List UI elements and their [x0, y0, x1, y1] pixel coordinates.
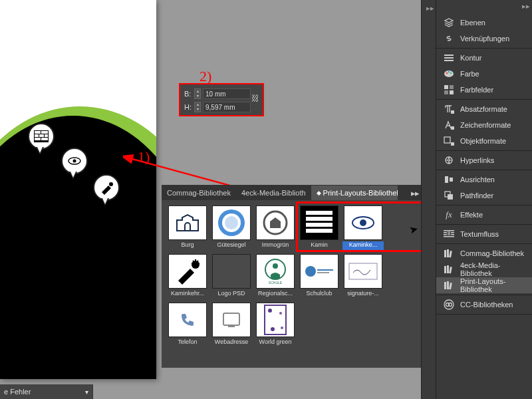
svg-rect-44	[451, 110, 454, 114]
panel-textumfluss[interactable]: Textumfluss	[436, 226, 532, 242]
panel-zeichenformate[interactable]: Zeichenformate	[436, 117, 532, 133]
library-item-signature[interactable]: signature-...	[342, 254, 384, 300]
svg-rect-6	[35, 138, 41, 140]
effects-icon: fx	[443, 209, 455, 221]
links-icon	[443, 33, 455, 45]
status-dropdown-icon[interactable]: ▾	[85, 388, 88, 396]
svg-rect-45	[451, 126, 454, 130]
svg-rect-52	[448, 194, 453, 200]
svg-rect-35	[444, 60, 454, 61]
svg-rect-66	[444, 282, 446, 289]
library-item-guetesiegel[interactable]: Gütesiegel	[211, 205, 252, 251]
right-panel-column: ▸▸ Ebenen Verknüpfungen Kontur Farbe Far…	[436, 0, 532, 399]
cc-icon	[443, 299, 455, 311]
panel-commag-bibliothek[interactable]: Commag-Bibliothek	[436, 245, 532, 261]
width-input[interactable]	[203, 88, 251, 99]
svg-rect-49	[445, 176, 448, 183]
panel-absatzformate[interactable]: Absatzformate	[436, 101, 532, 117]
library-item-logo-psd[interactable]: Logo PSD	[211, 254, 252, 300]
library-item-webadresse[interactable]: Webadresse	[211, 303, 252, 348]
panel-objektformate[interactable]: Objektformate	[436, 133, 532, 149]
panel-kontur[interactable]: Kontur	[436, 50, 532, 66]
svg-rect-34	[444, 57, 454, 59]
status-bar[interactable]: e Fehler ▾	[0, 384, 93, 399]
library-tab-print[interactable]: ◆Print-Layouts-Bibliothek	[311, 186, 398, 200]
svg-rect-7	[41, 138, 48, 140]
svg-rect-26	[223, 313, 239, 325]
panel-print-bibliothek[interactable]: Print-Layouts-Bibliothek	[436, 277, 532, 293]
svg-rect-27	[228, 325, 235, 327]
svg-rect-24	[317, 272, 329, 273]
collapse-right-icon[interactable]: ▸▸	[521, 2, 530, 11]
svg-point-38	[448, 71, 450, 73]
panel-verknuepfungen[interactable]: Verknüpfungen	[436, 31, 532, 47]
document-page[interactable]	[0, 0, 156, 379]
library-panel[interactable]: Commag-Bibliothek 4eck-Media-Biblioth ◆P…	[162, 185, 432, 368]
library-item-kaminkehrer-2[interactable]: Kaminkehr...	[167, 254, 208, 300]
height-stepper[interactable]: ▴▾	[194, 102, 201, 112]
collapse-icon[interactable]: ▸▸	[424, 2, 434, 11]
library-tab-4eck[interactable]: 4eck-Media-Biblioth	[236, 186, 311, 200]
svg-point-17	[360, 219, 366, 226]
library-grid: Burg Gütesiegel Immogrün Kamin Kaminke..…	[162, 200, 432, 354]
width-label: B:	[184, 90, 192, 98]
svg-rect-50	[450, 178, 453, 182]
svg-rect-47	[451, 142, 454, 146]
canvas-area[interactable]	[0, 0, 162, 399]
hyperlinks-icon	[443, 154, 455, 166]
svg-point-30	[279, 312, 282, 315]
library-icon	[443, 263, 455, 275]
panel-collapse-strip[interactable]: ▸▸	[421, 0, 436, 399]
svg-point-22	[305, 266, 316, 277]
svg-rect-25	[349, 263, 377, 279]
library-item-kamin[interactable]: Kamin	[299, 205, 340, 251]
svg-rect-55	[451, 232, 454, 233]
svg-rect-40	[444, 85, 448, 89]
width-stepper[interactable]: ▴▾	[194, 88, 201, 99]
svg-rect-2	[41, 131, 48, 134]
transform-panel[interactable]: B: ▴▾ H: ▴▾ ⛓	[179, 83, 264, 116]
svg-rect-67	[447, 281, 449, 289]
svg-rect-60	[444, 250, 446, 257]
speech-bubble-sweeper[interactable]	[93, 174, 120, 201]
svg-point-14	[225, 216, 238, 229]
svg-rect-64	[447, 265, 449, 273]
svg-point-29	[268, 309, 272, 313]
panel-hyperlinks[interactable]: Hyperlinks	[436, 152, 532, 168]
panel-ausrichten[interactable]: Ausrichten	[436, 172, 532, 188]
character-styles-icon	[443, 119, 455, 131]
panel-effekte[interactable]: fx Effekte	[436, 207, 532, 223]
annotation-2: 2)	[200, 68, 211, 85]
svg-point-20	[273, 263, 278, 269]
svg-rect-59	[448, 231, 450, 235]
panel-pathfinder[interactable]: Pathfinder	[436, 188, 532, 203]
library-item-telefon[interactable]: Telefon	[167, 303, 208, 348]
panel-farbfelder[interactable]: Farbfelder	[436, 82, 532, 98]
svg-rect-62	[449, 251, 452, 257]
panel-cc-bibliotheken[interactable]: CC-Bibliotheken	[436, 297, 532, 313]
library-tab-commag[interactable]: Commag-Bibliothek	[162, 186, 236, 200]
library-item-kaminkehrer-1[interactable]: Kaminke...	[342, 205, 384, 251]
library-item-world-green[interactable]: World green	[255, 303, 296, 348]
library-icon	[443, 279, 455, 291]
svg-point-39	[450, 72, 452, 74]
height-input[interactable]	[203, 102, 251, 112]
library-item-schulclub[interactable]: Schulclub	[299, 254, 340, 300]
svg-rect-4	[39, 134, 44, 137]
library-item-regionalschule[interactable]: SCHULE Regionalsc...	[255, 254, 296, 300]
constrain-proportions-icon[interactable]: ⛓	[251, 94, 260, 106]
speech-bubble-gear[interactable]	[61, 148, 88, 174]
panel-farbe[interactable]: Farbe	[436, 66, 532, 82]
panel-4eck-bibliothek[interactable]: 4eck-Media-Bibliothek	[436, 261, 532, 277]
svg-point-10	[109, 182, 113, 186]
svg-rect-43	[450, 90, 454, 94]
library-item-burg[interactable]: Burg	[167, 205, 208, 251]
speech-bubble-bricks[interactable]	[28, 123, 55, 150]
svg-rect-65	[449, 267, 452, 273]
panel-ebenen[interactable]: Ebenen	[436, 15, 532, 31]
svg-rect-42	[444, 90, 448, 94]
library-item-immogruen[interactable]: Immogrün	[255, 205, 296, 251]
svg-rect-33	[444, 55, 454, 56]
svg-rect-54	[444, 232, 447, 233]
svg-point-32	[281, 327, 283, 329]
